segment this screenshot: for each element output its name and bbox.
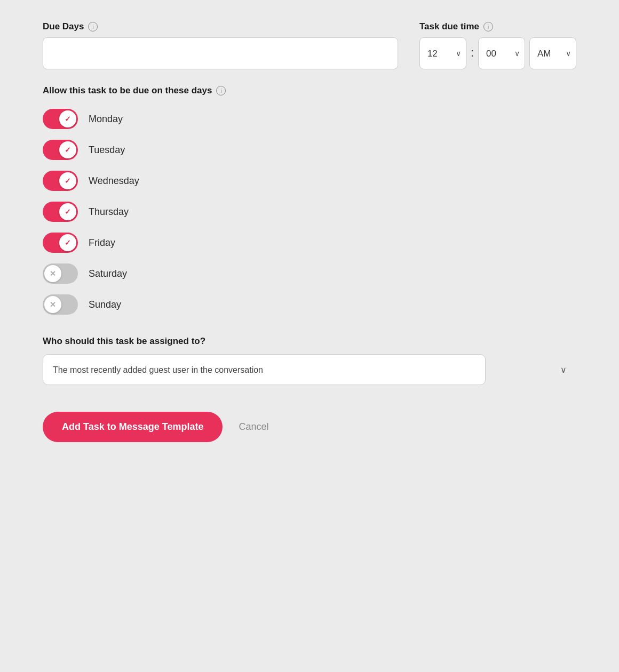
time-colon: : xyxy=(471,46,474,60)
minute-select-wrapper: 00153045 xyxy=(478,37,525,69)
monday-label: Monday xyxy=(89,114,123,125)
saturday-toggle[interactable]: ✕ xyxy=(43,263,78,284)
day-item-monday: ✓ Monday xyxy=(43,109,576,129)
sunday-toggle-icon: ✕ xyxy=(50,300,56,309)
friday-label: Friday xyxy=(89,237,115,249)
day-item-friday: ✓ Friday xyxy=(43,233,576,253)
sunday-label: Sunday xyxy=(89,299,121,310)
due-days-info-icon[interactable]: i xyxy=(88,22,98,31)
top-row: Due Days i Task due time i 1234 5678 910… xyxy=(43,21,576,69)
tuesday-label: Tuesday xyxy=(89,145,125,156)
wednesday-label: Wednesday xyxy=(89,175,139,187)
thursday-toggle-icon: ✓ xyxy=(65,207,71,216)
add-task-button[interactable]: Add Task to Message Template xyxy=(43,412,223,442)
time-selects: 1234 5678 91011 12 : 00153045 AMPM xyxy=(419,37,576,69)
tuesday-toggle-icon: ✓ xyxy=(65,146,71,154)
allow-days-label-text: Allow this task to be due on these days xyxy=(43,85,212,96)
form-container: Due Days i Task due time i 1234 5678 910… xyxy=(27,0,592,469)
tuesday-toggle[interactable]: ✓ xyxy=(43,140,78,160)
hour-select[interactable]: 1234 5678 91011 12 xyxy=(419,37,466,69)
sunday-toggle[interactable]: ✕ xyxy=(43,294,78,315)
due-days-group: Due Days i xyxy=(43,21,398,69)
minute-select[interactable]: 00153045 xyxy=(478,37,525,69)
task-due-time-info-icon[interactable]: i xyxy=(483,22,493,31)
friday-toggle[interactable]: ✓ xyxy=(43,233,78,253)
allow-days-label: Allow this task to be due on these days … xyxy=(43,85,576,96)
saturday-label: Saturday xyxy=(89,268,127,279)
days-list: ✓ Monday ✓ Tuesday xyxy=(43,109,576,315)
thursday-label: Thursday xyxy=(89,206,129,218)
wednesday-toggle-icon: ✓ xyxy=(65,177,71,185)
assign-label: Who should this task be assigned to? xyxy=(43,336,576,347)
period-select-wrapper: AMPM xyxy=(529,37,576,69)
monday-toggle[interactable]: ✓ xyxy=(43,109,78,129)
period-select[interactable]: AMPM xyxy=(529,37,576,69)
saturday-toggle-icon: ✕ xyxy=(50,269,56,278)
due-days-label: Due Days i xyxy=(43,21,398,32)
hour-select-wrapper: 1234 5678 91011 12 xyxy=(419,37,466,69)
due-days-input[interactable] xyxy=(43,37,398,69)
thursday-toggle[interactable]: ✓ xyxy=(43,202,78,222)
wednesday-toggle[interactable]: ✓ xyxy=(43,171,78,191)
allow-days-section: Allow this task to be due on these days … xyxy=(43,85,576,315)
cancel-button[interactable]: Cancel xyxy=(239,421,268,433)
assign-select-wrapper: The most recently added guest user in th… xyxy=(43,354,576,385)
friday-toggle-icon: ✓ xyxy=(65,238,71,247)
day-item-thursday: ✓ Thursday xyxy=(43,202,576,222)
day-item-tuesday: ✓ Tuesday xyxy=(43,140,576,160)
task-due-time-group: Task due time i 1234 5678 91011 12 : 001… xyxy=(419,21,576,69)
day-item-wednesday: ✓ Wednesday xyxy=(43,171,576,191)
task-due-time-label: Task due time i xyxy=(419,21,576,32)
footer-buttons: Add Task to Message Template Cancel xyxy=(43,412,576,442)
day-item-sunday: ✕ Sunday xyxy=(43,294,576,315)
day-item-saturday: ✕ Saturday xyxy=(43,263,576,284)
assign-select[interactable]: The most recently added guest user in th… xyxy=(43,354,486,385)
allow-days-info-icon[interactable]: i xyxy=(216,86,226,95)
monday-toggle-icon: ✓ xyxy=(65,115,71,123)
due-days-label-text: Due Days xyxy=(43,21,84,32)
assign-section: Who should this task be assigned to? The… xyxy=(43,336,576,385)
task-due-time-label-text: Task due time xyxy=(419,21,479,32)
